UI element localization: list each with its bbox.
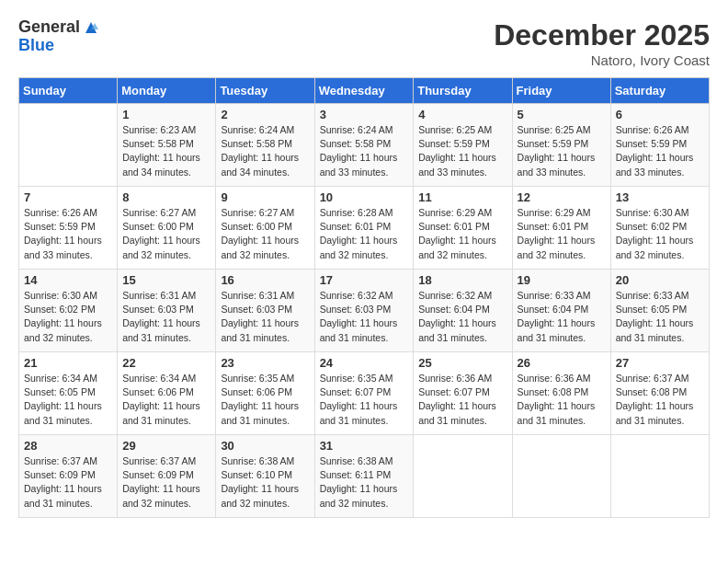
- day-info: Sunrise: 6:35 AMSunset: 6:07 PMDaylight:…: [320, 372, 409, 428]
- calendar-day-cell: 30Sunrise: 6:38 AMSunset: 6:10 PMDayligh…: [216, 435, 314, 518]
- calendar-day-cell: 3Sunrise: 6:24 AMSunset: 5:58 PMDaylight…: [314, 104, 414, 187]
- calendar-day-cell: 4Sunrise: 6:25 AMSunset: 5:59 PMDaylight…: [414, 104, 512, 187]
- day-number: 15: [122, 273, 210, 287]
- calendar-day-cell: 13Sunrise: 6:30 AMSunset: 6:02 PMDayligh…: [610, 187, 709, 270]
- day-info: Sunrise: 6:37 AMSunset: 6:08 PMDaylight:…: [616, 372, 704, 428]
- calendar-day-cell: 24Sunrise: 6:35 AMSunset: 6:07 PMDayligh…: [314, 352, 414, 435]
- day-number: 1: [122, 108, 210, 121]
- day-number: 29: [122, 439, 210, 453]
- calendar-day-cell: 12Sunrise: 6:29 AMSunset: 6:01 PMDayligh…: [512, 187, 610, 270]
- day-number: 21: [24, 356, 112, 370]
- day-info: Sunrise: 6:23 AMSunset: 5:58 PMDaylight:…: [122, 123, 210, 179]
- calendar-day-cell: 8Sunrise: 6:27 AMSunset: 6:00 PMDaylight…: [118, 187, 216, 270]
- day-number: 31: [320, 439, 409, 453]
- calendar-day-cell: 17Sunrise: 6:32 AMSunset: 6:03 PMDayligh…: [314, 270, 414, 352]
- day-info: Sunrise: 6:31 AMSunset: 6:03 PMDaylight:…: [122, 289, 210, 345]
- day-number: 22: [122, 356, 210, 370]
- calendar-day-cell: 21Sunrise: 6:34 AMSunset: 6:05 PMDayligh…: [19, 352, 118, 435]
- day-number: 5: [518, 108, 606, 121]
- day-info: Sunrise: 6:25 AMSunset: 5:59 PMDaylight:…: [418, 123, 506, 179]
- calendar-day-cell: 19Sunrise: 6:33 AMSunset: 6:04 PMDayligh…: [512, 270, 610, 352]
- day-info: Sunrise: 6:29 AMSunset: 6:01 PMDaylight:…: [418, 206, 506, 262]
- calendar-day-cell: 20Sunrise: 6:33 AMSunset: 6:05 PMDayligh…: [610, 270, 709, 352]
- day-number: 20: [616, 273, 704, 287]
- day-info: Sunrise: 6:36 AMSunset: 6:07 PMDaylight:…: [418, 372, 506, 428]
- day-info: Sunrise: 6:26 AMSunset: 5:59 PMDaylight:…: [24, 206, 112, 262]
- day-info: Sunrise: 6:29 AMSunset: 6:01 PMDaylight:…: [518, 206, 606, 262]
- day-number: 24: [320, 356, 409, 370]
- day-info: Sunrise: 6:33 AMSunset: 6:05 PMDaylight:…: [616, 289, 704, 345]
- calendar-day-cell: 5Sunrise: 6:25 AMSunset: 5:59 PMDaylight…: [512, 104, 610, 187]
- day-number: 4: [418, 108, 506, 121]
- day-info: Sunrise: 6:25 AMSunset: 5:59 PMDaylight:…: [518, 123, 606, 179]
- title-block: December 2025 Natoro, Ivory Coast: [494, 18, 710, 68]
- calendar-day-cell: 25Sunrise: 6:36 AMSunset: 6:07 PMDayligh…: [414, 352, 512, 435]
- day-info: Sunrise: 6:28 AMSunset: 6:01 PMDaylight:…: [320, 206, 409, 262]
- calendar-day-header: Saturday: [610, 78, 709, 104]
- calendar-day-cell: [610, 435, 709, 518]
- calendar-table: SundayMondayTuesdayWednesdayThursdayFrid…: [18, 77, 710, 518]
- calendar-week-row: 1Sunrise: 6:23 AMSunset: 5:58 PMDaylight…: [19, 104, 710, 187]
- calendar-day-cell: 6Sunrise: 6:26 AMSunset: 5:59 PMDaylight…: [610, 104, 709, 187]
- calendar-day-cell: 29Sunrise: 6:37 AMSunset: 6:09 PMDayligh…: [118, 435, 216, 518]
- day-info: Sunrise: 6:32 AMSunset: 6:03 PMDaylight:…: [320, 289, 409, 345]
- calendar-day-cell: 18Sunrise: 6:32 AMSunset: 6:04 PMDayligh…: [414, 270, 512, 352]
- day-info: Sunrise: 6:33 AMSunset: 6:04 PMDaylight:…: [518, 289, 606, 345]
- logo: General Blue: [18, 18, 100, 55]
- day-number: 17: [320, 273, 409, 287]
- day-number: 10: [320, 190, 409, 204]
- calendar-day-header: Sunday: [19, 78, 118, 104]
- day-info: Sunrise: 6:31 AMSunset: 6:03 PMDaylight:…: [221, 289, 309, 345]
- day-number: 28: [24, 439, 112, 453]
- day-number: 14: [24, 273, 112, 287]
- calendar-day-cell: 23Sunrise: 6:35 AMSunset: 6:06 PMDayligh…: [216, 352, 314, 435]
- calendar-day-header: Thursday: [414, 78, 512, 104]
- calendar-day-cell: 9Sunrise: 6:27 AMSunset: 6:00 PMDaylight…: [216, 187, 314, 270]
- day-info: Sunrise: 6:35 AMSunset: 6:06 PMDaylight:…: [221, 372, 309, 428]
- day-info: Sunrise: 6:24 AMSunset: 5:58 PMDaylight:…: [221, 123, 309, 179]
- day-info: Sunrise: 6:34 AMSunset: 6:05 PMDaylight:…: [24, 372, 112, 428]
- calendar-day-cell: [414, 435, 512, 518]
- calendar-day-cell: 28Sunrise: 6:37 AMSunset: 6:09 PMDayligh…: [19, 435, 118, 518]
- calendar-week-row: 14Sunrise: 6:30 AMSunset: 6:02 PMDayligh…: [19, 270, 710, 352]
- calendar-day-header: Wednesday: [314, 78, 414, 104]
- page-header: General Blue December 2025 Natoro, Ivory…: [18, 18, 710, 68]
- day-info: Sunrise: 6:32 AMSunset: 6:04 PMDaylight:…: [418, 289, 506, 345]
- day-number: 7: [24, 190, 112, 204]
- day-number: 13: [616, 190, 704, 204]
- month-title: December 2025: [494, 18, 710, 52]
- calendar-day-header: Monday: [118, 78, 216, 104]
- day-info: Sunrise: 6:34 AMSunset: 6:06 PMDaylight:…: [122, 372, 210, 428]
- calendar-day-cell: 11Sunrise: 6:29 AMSunset: 6:01 PMDayligh…: [414, 187, 512, 270]
- calendar-header-row: SundayMondayTuesdayWednesdayThursdayFrid…: [19, 78, 710, 104]
- day-number: 30: [221, 439, 309, 453]
- calendar-day-cell: 26Sunrise: 6:36 AMSunset: 6:08 PMDayligh…: [512, 352, 610, 435]
- day-info: Sunrise: 6:37 AMSunset: 6:09 PMDaylight:…: [122, 454, 210, 511]
- day-info: Sunrise: 6:38 AMSunset: 6:10 PMDaylight:…: [221, 454, 309, 511]
- calendar-week-row: 28Sunrise: 6:37 AMSunset: 6:09 PMDayligh…: [19, 435, 710, 518]
- day-number: 25: [418, 356, 506, 370]
- day-number: 12: [518, 190, 606, 204]
- calendar-day-cell: [512, 435, 610, 518]
- day-number: 2: [221, 108, 309, 121]
- day-info: Sunrise: 6:30 AMSunset: 6:02 PMDaylight:…: [24, 289, 112, 345]
- day-info: Sunrise: 6:30 AMSunset: 6:02 PMDaylight:…: [616, 206, 704, 262]
- calendar-week-row: 7Sunrise: 6:26 AMSunset: 5:59 PMDaylight…: [19, 187, 710, 270]
- logo-icon: [82, 18, 100, 37]
- day-info: Sunrise: 6:27 AMSunset: 6:00 PMDaylight:…: [221, 206, 309, 262]
- location: Natoro, Ivory Coast: [494, 52, 710, 68]
- calendar-day-cell: 31Sunrise: 6:38 AMSunset: 6:11 PMDayligh…: [314, 435, 414, 518]
- calendar-day-header: Tuesday: [216, 78, 314, 104]
- day-number: 6: [616, 108, 704, 121]
- day-number: 11: [418, 190, 506, 204]
- day-info: Sunrise: 6:36 AMSunset: 6:08 PMDaylight:…: [518, 372, 606, 428]
- calendar-day-cell: 1Sunrise: 6:23 AMSunset: 5:58 PMDaylight…: [118, 104, 216, 187]
- calendar-day-cell: 22Sunrise: 6:34 AMSunset: 6:06 PMDayligh…: [118, 352, 216, 435]
- calendar-day-cell: 14Sunrise: 6:30 AMSunset: 6:02 PMDayligh…: [19, 270, 118, 352]
- calendar-day-header: Friday: [512, 78, 610, 104]
- day-number: 26: [518, 356, 606, 370]
- day-number: 9: [221, 190, 309, 204]
- day-number: 19: [518, 273, 606, 287]
- day-number: 8: [122, 190, 210, 204]
- calendar-day-cell: 2Sunrise: 6:24 AMSunset: 5:58 PMDaylight…: [216, 104, 314, 187]
